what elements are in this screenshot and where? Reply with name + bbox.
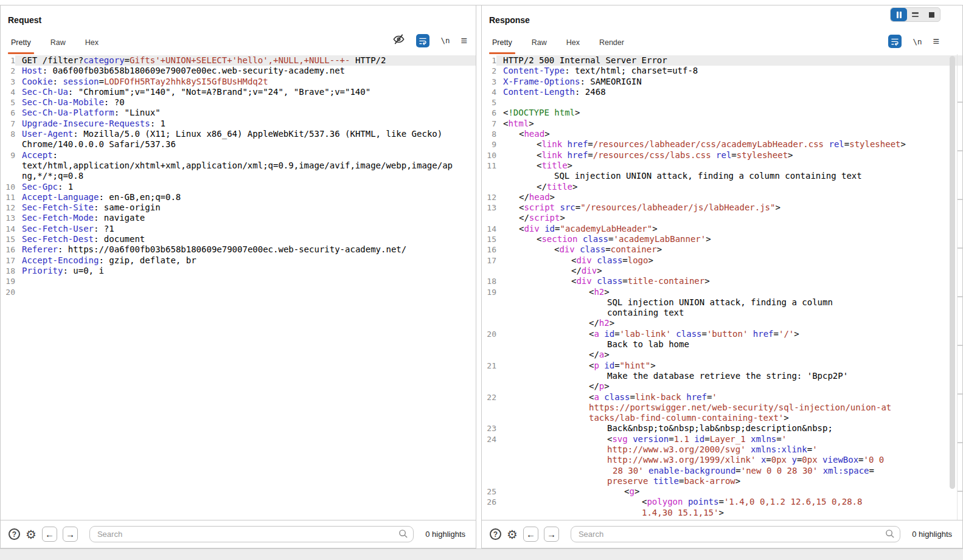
code-line[interactable]: 7Upgrade-Insecure-Requests: 1 [1, 119, 476, 129]
code-line[interactable]: 4Sec-Ch-Ua: "Chromium";v="140", "Not=A?B… [1, 87, 476, 97]
code-line[interactable]: 20 [1, 287, 476, 297]
code-line[interactable]: 14Sec-Fetch-User: ?1 [1, 224, 476, 234]
code-line[interactable]: text/html,application/xhtml+xml,applicat… [1, 161, 476, 171]
next-match-button[interactable]: → [544, 527, 559, 542]
code-line[interactable]: http://www.w3.org/1999/xlink' x=0px y=0p… [482, 455, 962, 465]
code-line[interactable]: 9<link href=/resources/labheader/css/aca… [482, 139, 962, 150]
word-wrap-icon[interactable] [888, 35, 902, 48]
help-icon[interactable]: ? [9, 528, 20, 540]
tab-render[interactable]: Render [596, 38, 627, 54]
code-line[interactable]: 17<div class=logo> [482, 255, 962, 266]
editor-menu-icon[interactable]: ≡ [461, 37, 467, 44]
code-line[interactable]: 11Accept-Language: en-GB,en;q=0.8 [1, 192, 476, 202]
code-line[interactable]: 13Sec-Fetch-Mode: navigate [1, 213, 476, 223]
code-line[interactable]: 10<link href=/resources/css/labs.css rel… [482, 150, 962, 161]
code-line[interactable]: 20<a id='lab-link' class='button' href='… [482, 329, 962, 339]
code-line[interactable]: </p> [482, 381, 962, 392]
newline-icon[interactable]: \n [440, 36, 450, 45]
columns-layout-button[interactable] [891, 8, 907, 21]
help-icon[interactable]: ? [490, 528, 501, 540]
code-line[interactable]: 13<script src="/resources/labheader/js/l… [482, 202, 962, 213]
code-line[interactable]: 10Sec-Gpc: 1 [1, 182, 476, 192]
tab-pretty[interactable]: Pretty [489, 38, 515, 54]
tab-hex[interactable]: Hex [82, 38, 102, 54]
code-line[interactable]: 3Cookie: session=LODFOfH5RTay2hhk8ySI5Gf… [1, 77, 476, 87]
code-line[interactable]: 3X-Frame-Options: SAMEORIGIN [482, 77, 962, 87]
search-input[interactable] [571, 526, 900, 542]
code-line[interactable]: 1GET /filter?category=Gifts'+UNION+SELEC… [1, 55, 476, 66]
code-line[interactable]: 19 [1, 276, 476, 286]
code-line[interactable]: </a> [482, 350, 962, 360]
code-line[interactable]: 8User-Agent: Mozilla/5.0 (X11; Linux x86… [1, 129, 476, 139]
code-line[interactable]: SQL injection UNION attack, finding a co… [482, 171, 962, 181]
line-text: Sec-Ch-Ua-Mobile: ?0 [15, 97, 476, 108]
request-editor[interactable]: 1GET /filter?category=Gifts'+UNION+SELEC… [1, 54, 476, 520]
code-line[interactable]: 25<g> [482, 486, 962, 497]
code-line[interactable]: </script> [482, 213, 962, 223]
code-line[interactable]: tacks/lab-find-column-containing-text'> [482, 413, 962, 423]
word-wrap-icon[interactable] [416, 34, 429, 47]
code-line[interactable]: Chrome/140.0.0.0 Safari/537.36 [1, 139, 476, 150]
single-pane-button[interactable] [923, 8, 940, 21]
previous-match-button[interactable]: ← [42, 527, 57, 542]
next-match-button[interactable]: → [63, 527, 78, 542]
code-line[interactable]: 2Content-Type: text/html; charset=utf-8 [482, 66, 962, 76]
code-line[interactable]: 1.4,30 15.1,15'> [482, 508, 962, 518]
code-line[interactable]: 4Content-Length: 2468 [482, 87, 962, 97]
code-line[interactable]: 14<div id="academyLabHeader"> [482, 224, 962, 234]
code-line[interactable]: 16<div class=container> [482, 244, 962, 255]
code-line[interactable]: http://www.w3.org/2000/svg' xmlns:xlink=… [482, 444, 962, 455]
code-line[interactable]: 22<a class=link-back href=' [482, 392, 962, 403]
code-line[interactable]: preserve title=back-arrow> [482, 476, 962, 486]
tab-raw[interactable]: Raw [529, 38, 550, 54]
code-line[interactable]: Make the database retrieve the string: '… [482, 371, 962, 381]
scrollbar-thumb[interactable] [950, 56, 955, 489]
code-line[interactable]: </h2> [482, 318, 962, 328]
code-line[interactable]: 8<head> [482, 129, 962, 139]
hide-nonprintable-icon[interactable] [392, 33, 405, 48]
editor-menu-icon[interactable]: ≡ [933, 38, 939, 45]
code-line[interactable]: 1HTTP/2 500 Internal Server Error [482, 55, 962, 66]
code-line[interactable]: 12</head> [482, 192, 962, 202]
code-line[interactable]: 18Priority: u=0, i [1, 266, 476, 276]
code-line[interactable]: 15<section class='academyLabBanner'> [482, 234, 962, 244]
code-line[interactable]: 5 [482, 97, 962, 108]
code-line[interactable]: 26<polygon points='1.4,0 0,1.2 12.6,15 0… [482, 497, 962, 507]
response-editor[interactable]: 1HTTP/2 500 Internal Server Error2Conten… [482, 54, 962, 520]
code-line[interactable]: 6Sec-Ch-Ua-Platform: "Linux" [1, 108, 476, 118]
code-line[interactable]: Back to lab home [482, 339, 962, 350]
previous-match-button[interactable]: ← [523, 527, 538, 542]
code-line[interactable]: 7<html> [482, 119, 962, 129]
line-number: 5 [482, 97, 496, 108]
code-line[interactable]: 15Sec-Fetch-Dest: document [1, 234, 476, 244]
code-line[interactable]: 6<!DOCTYPE html> [482, 108, 962, 118]
code-line[interactable]: 12Sec-Fetch-Site: same-origin [1, 202, 476, 213]
code-line[interactable]: 21<p id="hint"> [482, 361, 962, 371]
code-line[interactable]: 23Back&nbsp;to&nbsp;lab&nbsp;description… [482, 423, 962, 434]
line-number: 12 [1, 202, 15, 213]
code-line[interactable]: 5Sec-Ch-Ua-Mobile: ?0 [1, 97, 476, 108]
code-line[interactable]: 28 30' enable-background='new 0 0 28 30'… [482, 466, 962, 476]
code-line[interactable]: https://portswigger.net/web-security/sql… [482, 403, 962, 413]
code-line[interactable]: 11<title> [482, 161, 962, 171]
code-line[interactable]: 16Referer: https://0a6f00fb03b658b180609… [1, 244, 476, 255]
tab-hex[interactable]: Hex [563, 38, 583, 54]
code-line[interactable]: 19<h2> [482, 287, 962, 297]
newline-icon[interactable]: \n [913, 37, 922, 46]
code-line[interactable]: SQL injection UNION attack, finding a co… [482, 297, 962, 308]
settings-gear-icon[interactable]: ⚙ [26, 528, 37, 541]
settings-gear-icon[interactable]: ⚙ [507, 528, 518, 541]
code-line[interactable]: </div> [482, 266, 962, 276]
code-line[interactable]: ng,*/*;q=0.8 [1, 171, 476, 181]
tab-pretty[interactable]: Pretty [8, 38, 34, 54]
code-line[interactable]: 9Accept: [1, 150, 476, 161]
rows-layout-button[interactable] [907, 8, 923, 21]
code-line[interactable]: 2Host: 0a6f00fb03b658b180609e79007e00ec.… [1, 66, 476, 76]
code-line[interactable]: 17Accept-Encoding: gzip, deflate, br [1, 255, 476, 266]
code-line[interactable]: 24<svg version=1.1 id=Layer_1 xmlns=' [482, 434, 962, 444]
code-line[interactable]: </title> [482, 182, 962, 192]
search-input[interactable] [89, 526, 414, 542]
tab-raw[interactable]: Raw [47, 38, 69, 54]
code-line[interactable]: 18<div class=title-container> [482, 276, 962, 286]
code-line[interactable]: containing text [482, 308, 962, 318]
